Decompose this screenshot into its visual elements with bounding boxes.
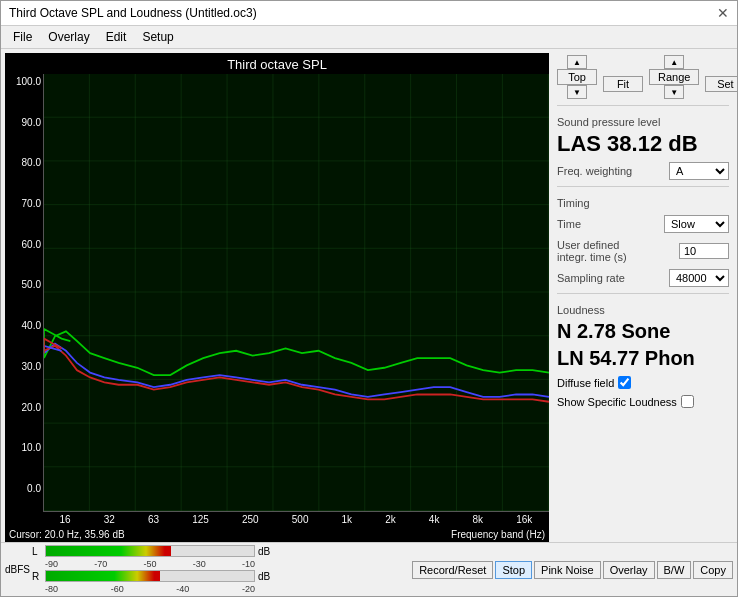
top-down-button[interactable]: ▼ — [567, 85, 587, 99]
sampling-rate-select[interactable]: 48000 44100 96000 — [669, 269, 729, 287]
y-label-0: 100.0 — [16, 76, 41, 87]
y-label-7: 30.0 — [22, 361, 41, 372]
tick-L-3: -30 — [193, 559, 206, 569]
bw-button[interactable]: B/W — [657, 561, 692, 579]
tick-R-3: -20 — [242, 584, 255, 594]
y-label-5: 50.0 — [22, 279, 41, 290]
spl-value: LAS 38.12 dB — [557, 132, 729, 156]
loudness-value-line1: N 2.78 Sone — [557, 320, 729, 343]
top-up-button[interactable]: ▲ — [567, 55, 587, 69]
cursor-info: Cursor: 20.0 Hz, 35.96 dB — [9, 529, 125, 540]
nav-top-arrows: ▲ Top ▼ — [557, 55, 597, 99]
title-bar: Third Octave SPL and Loudness (Untitled.… — [1, 1, 737, 26]
set-button[interactable]: Set — [705, 76, 737, 92]
time-select[interactable]: Slow Fast Impulse — [664, 215, 729, 233]
sampling-rate-label: Sampling rate — [557, 272, 625, 284]
y-label-4: 60.0 — [22, 239, 41, 250]
time-row: Time Slow Fast Impulse — [557, 215, 729, 233]
menu-edit[interactable]: Edit — [98, 28, 135, 46]
main-area: Third octave SPL 100.0 90.0 80.0 70.0 60… — [1, 49, 737, 542]
db-label-R: dB — [258, 571, 270, 582]
y-label-9: 10.0 — [22, 442, 41, 453]
spl-section-label: Sound pressure level — [557, 116, 729, 128]
diffuse-field-label: Diffuse field — [557, 377, 614, 389]
x-label-250: 250 — [242, 514, 259, 525]
range-button[interactable]: Range — [649, 69, 699, 85]
user-defined-row: User definedintegr. time (s) 10 — [557, 239, 729, 263]
chart-bottom-info: Cursor: 20.0 Hz, 35.96 dB Frequency band… — [5, 527, 549, 542]
x-label-1k: 1k — [342, 514, 353, 525]
freq-weighting-label: Freq. weighting — [557, 165, 632, 177]
chart-title: Third octave SPL — [5, 53, 549, 74]
range-up-button[interactable]: ▲ — [664, 55, 684, 69]
tick-L-4: -10 — [242, 559, 255, 569]
x-label-500: 500 — [292, 514, 309, 525]
y-label-1: 90.0 — [22, 117, 41, 128]
main-window: Third Octave SPL and Loudness (Untitled.… — [0, 0, 738, 597]
meter-ticks-L: -90 -70 -50 -30 -10 — [45, 559, 255, 569]
db-label-L: dB — [258, 546, 270, 557]
nav-group-top: ▲ Top ▼ — [557, 55, 597, 99]
copy-button[interactable]: Copy — [693, 561, 733, 579]
show-specific-checkbox[interactable] — [681, 395, 694, 408]
meter-bar-L — [45, 545, 255, 557]
meter-L-label: L — [32, 546, 42, 557]
chart-svg — [44, 74, 549, 511]
right-panel: ▲ Top ▼ Fit ▲ Range ▼ Set — [549, 49, 737, 542]
loudness-section-label: Loudness — [557, 304, 729, 316]
x-label-125: 125 — [192, 514, 209, 525]
meter-labels-row-R: -80 -60 -40 -20 — [32, 583, 410, 594]
x-label-2k: 2k — [385, 514, 396, 525]
menu-bar: File Overlay Edit Setup — [1, 26, 737, 49]
nav-group-set: Set — [705, 62, 737, 92]
nav-buttons: ▲ Top ▼ Fit ▲ Range ▼ Set — [557, 55, 729, 99]
stop-button[interactable]: Stop — [495, 561, 532, 579]
meter-row-L: L dB — [32, 545, 410, 557]
svg-rect-4 — [44, 74, 549, 511]
record-reset-button[interactable]: Record/Reset — [412, 561, 493, 579]
x-label-16k: 16k — [516, 514, 532, 525]
freq-weighting-row: Freq. weighting A B C Z — [557, 162, 729, 180]
x-label-16: 16 — [60, 514, 71, 525]
menu-file[interactable]: File — [5, 28, 40, 46]
y-label-6: 40.0 — [22, 320, 41, 331]
top-button[interactable]: Top — [557, 69, 597, 85]
time-label: Time — [557, 218, 581, 230]
tick-R-0: -80 — [45, 584, 58, 594]
chart-inner: ARTA — [43, 74, 549, 512]
meter-row-R: R dB — [32, 570, 410, 582]
meter-fill-L — [46, 546, 171, 556]
tick-R-2: -40 — [176, 584, 189, 594]
tick-R-1: -60 — [111, 584, 124, 594]
menu-setup[interactable]: Setup — [134, 28, 181, 46]
chart-canvas-wrapper: 100.0 90.0 80.0 70.0 60.0 50.0 40.0 30.0… — [5, 74, 549, 512]
pink-noise-button[interactable]: Pink Noise — [534, 561, 601, 579]
y-label-10: 0.0 — [27, 483, 41, 494]
x-label-4k: 4k — [429, 514, 440, 525]
sampling-rate-row: Sampling rate 48000 44100 96000 — [557, 269, 729, 287]
fit-button[interactable]: Fit — [603, 76, 643, 92]
chart-area: Third octave SPL 100.0 90.0 80.0 70.0 60… — [5, 53, 549, 542]
user-defined-label: User definedintegr. time (s) — [557, 239, 627, 263]
nav-group-fit: Fit — [603, 62, 643, 92]
meter-ticks-R: -80 -60 -40 -20 — [45, 584, 255, 594]
tick-L-1: -70 — [94, 559, 107, 569]
user-defined-input[interactable]: 10 — [679, 243, 729, 259]
y-label-8: 20.0 — [22, 402, 41, 413]
show-specific-row: Show Specific Loudness — [557, 395, 729, 408]
menu-overlay[interactable]: Overlay — [40, 28, 97, 46]
diffuse-field-checkbox[interactable] — [618, 376, 631, 389]
meter-bar-R — [45, 570, 255, 582]
overlay-button[interactable]: Overlay — [603, 561, 655, 579]
close-button[interactable]: ✕ — [717, 5, 729, 21]
loudness-value-line2: LN 54.77 Phon — [557, 347, 729, 370]
nav-group-range: ▲ Range ▼ — [649, 55, 699, 99]
meter-fill-R — [46, 571, 160, 581]
freq-weighting-select[interactable]: A B C Z — [669, 162, 729, 180]
dbfs-label: dBFS — [5, 564, 30, 575]
y-label-2: 80.0 — [22, 157, 41, 168]
nav-range-arrows: ▲ Range ▼ — [649, 55, 699, 99]
x-label-63: 63 — [148, 514, 159, 525]
range-down-button[interactable]: ▼ — [664, 85, 684, 99]
meter-labels-row-L: -90 -70 -50 -30 -10 — [32, 558, 410, 569]
